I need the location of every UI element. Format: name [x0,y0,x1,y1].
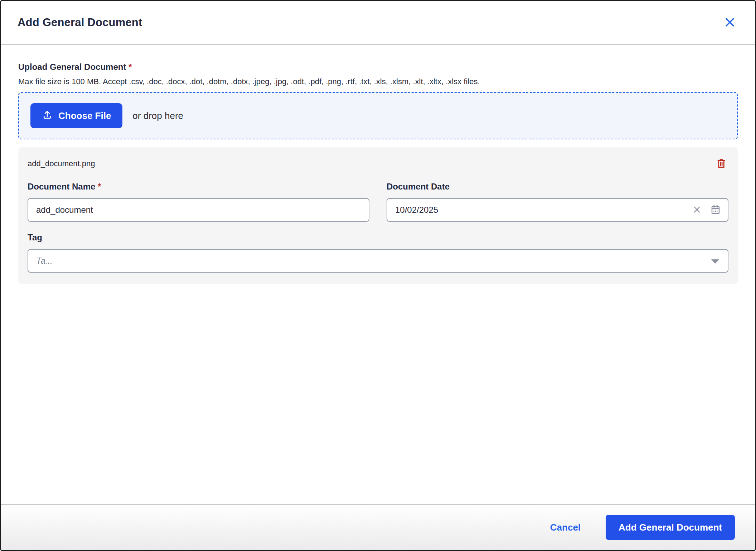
modal-footer: Cancel Add General Document [1,504,755,550]
modal-body: Upload General Document * Max file size … [1,45,755,504]
choose-file-button[interactable]: Choose File [30,103,122,128]
document-date-input[interactable] [387,198,728,222]
tag-label: Tag [28,233,728,243]
add-general-document-button[interactable]: Add General Document [606,515,735,540]
upload-icon [42,109,53,123]
close-button[interactable] [721,14,738,31]
clear-icon [692,205,702,215]
tag-field-group: Tag [28,233,728,273]
modal-header: Add General Document [1,1,755,45]
add-general-document-modal: Add General Document Upload General Docu… [0,0,756,551]
date-icons [690,198,722,222]
fields-grid: Document Name * Document Date [28,182,728,222]
trash-icon [716,158,727,170]
upload-helper-text: Max file size is 100 MB. Accept .csv, .d… [18,77,738,86]
chevron-down-icon[interactable] [711,259,719,264]
document-name-label-text: Document Name [28,182,95,191]
close-icon [724,16,736,29]
document-name-input[interactable] [28,198,369,222]
upload-required-mark: * [129,62,132,72]
calendar-button[interactable] [709,203,722,216]
delete-file-button[interactable] [714,157,728,171]
file-row: add_document.png [28,157,728,171]
document-date-field-group: Document Date [387,182,728,222]
document-name-label: Document Name * [28,182,369,192]
cancel-button[interactable]: Cancel [550,522,581,533]
calendar-icon [710,204,721,216]
modal-title: Add General Document [18,16,142,29]
document-date-label: Document Date [387,182,728,192]
clear-date-button[interactable] [690,203,703,216]
tag-select[interactable] [28,249,728,273]
file-dropzone[interactable]: Choose File or drop here [18,92,738,139]
uploaded-file-card: add_document.png Document N [18,147,738,284]
drop-here-text: or drop here [132,110,183,121]
choose-file-label: Choose File [58,110,111,121]
document-name-field-group: Document Name * [28,182,369,222]
document-date-wrap [387,198,728,222]
upload-label-text: Upload General Document [18,62,126,72]
file-name: add_document.png [28,159,95,168]
document-name-required-mark: * [98,182,101,191]
upload-section-label: Upload General Document * [18,62,738,72]
tag-select-wrap [28,249,728,273]
